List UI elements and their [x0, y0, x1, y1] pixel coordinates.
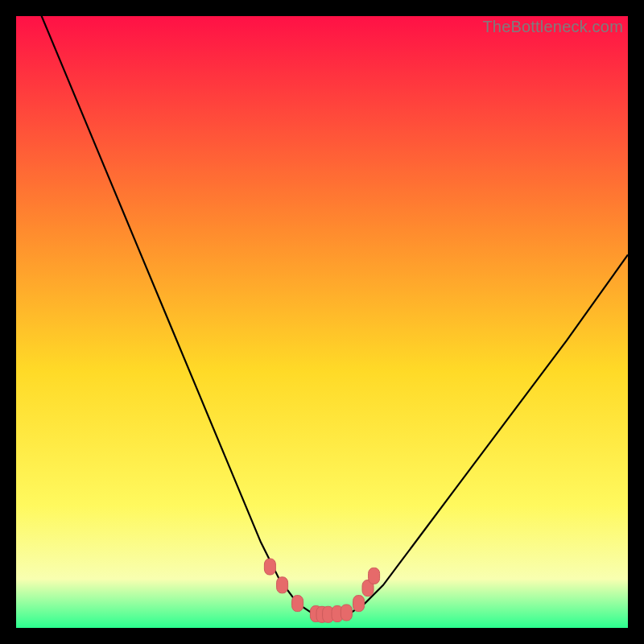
curve-marker [277, 577, 288, 593]
chart-frame: TheBottleneck.com [16, 16, 628, 628]
curve-marker [264, 559, 275, 575]
bottleneck-chart [16, 16, 628, 628]
curve-marker [353, 596, 365, 612]
curve-marker [369, 568, 380, 584]
curve-marker [292, 596, 303, 612]
watermark-text: TheBottleneck.com [482, 18, 623, 36]
gradient-background [16, 16, 628, 628]
curve-marker [341, 605, 352, 621]
